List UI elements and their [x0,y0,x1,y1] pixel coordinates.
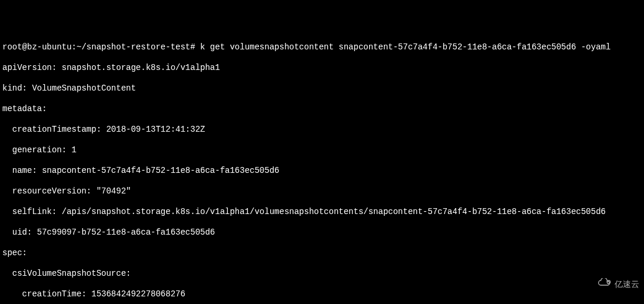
yaml-kind: kind: VolumeSnapshotContent [2,83,642,94]
yaml-csi-source: csiVolumeSnapshotSource: [2,269,642,279]
yaml-apiversion: apiVersion: snapshot.storage.k8s.io/v1al… [2,63,642,74]
yaml-selflink: selfLink: /apis/snapshot.storage.k8s.io/… [2,207,642,218]
svg-point-0 [607,280,610,283]
yaml-creation-timestamp: creationTimestamp: 2018-09-13T12:41:32Z [2,125,642,135]
terminal-prompt-line[interactable]: root@bz-ubuntu:~/snapshot-restore-test# … [2,42,642,53]
yaml-name: name: snapcontent-57c7a4f4-b752-11e8-a6c… [2,166,642,176]
watermark: 亿速云 [586,268,639,301]
yaml-spec: spec: [2,248,642,259]
watermark-text: 亿速云 [615,279,639,290]
yaml-metadata: metadata: [2,104,642,115]
cloud-icon [586,268,612,301]
yaml-resource-version: resourceVersion: "70492" [2,186,642,197]
yaml-generation: generation: 1 [2,145,642,156]
yaml-uid: uid: 57c99097-b752-11e8-a6ca-fa163ec505d… [2,228,642,238]
yaml-csi-creation-time: creationTime: 1536842492278068276 [2,289,642,300]
